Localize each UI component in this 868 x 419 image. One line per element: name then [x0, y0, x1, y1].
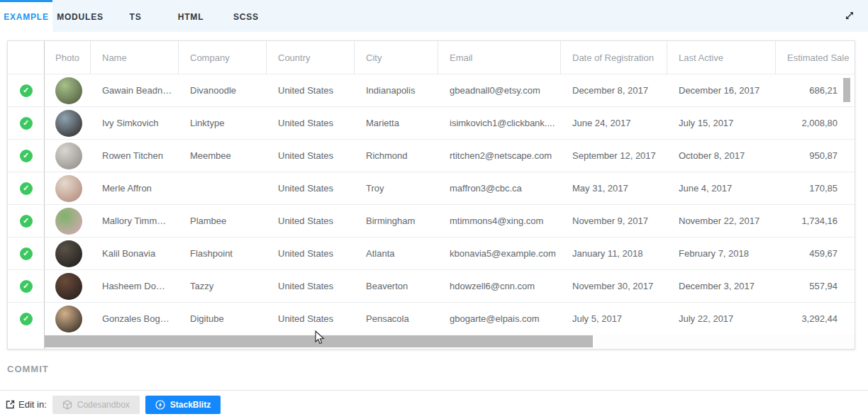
country-cell: United States — [267, 281, 355, 291]
avatar — [55, 143, 82, 169]
email-cell: gbogarte@elpais.com — [438, 313, 561, 324]
country-cell: United States — [267, 118, 355, 128]
date-of-registration-cell: June 24, 2017 — [561, 118, 667, 128]
data-grid: Photo Name Company Country City Email Da… — [7, 40, 855, 350]
photo-cell — [45, 175, 91, 202]
check-icon: ✓ — [20, 150, 33, 162]
row-status-cell: ✓ — [8, 107, 45, 139]
horizontal-scrollbar-thumb[interactable] — [45, 335, 593, 347]
email-cell: mtimmons4@xing.com — [438, 216, 561, 226]
commit-label: COMMIT — [7, 364, 49, 374]
avatar — [55, 240, 82, 267]
table-row[interactable]: ✓ Merle Affron United States Troy maffro… — [8, 172, 855, 204]
row-status-cell: ✓ — [8, 238, 45, 269]
fullscreen-expand-icon[interactable] — [841, 7, 858, 24]
column-header-name[interactable]: Name — [91, 41, 179, 74]
city-cell: Pensacola — [355, 313, 438, 324]
name-cell: Kalil Bonavia — [91, 248, 179, 259]
avatar — [55, 110, 82, 137]
table-row[interactable]: ✓ Mallory Timm… Plambee United States Bi… — [8, 204, 855, 237]
country-cell: United States — [267, 248, 355, 259]
stackblitz-bolt-icon — [155, 400, 165, 410]
vertical-scrollbar-track[interactable] — [843, 75, 850, 337]
city-cell: Birmingham — [355, 216, 438, 226]
date-of-registration-cell: November 30, 2017 — [561, 281, 667, 291]
column-header-country[interactable]: Country — [267, 41, 355, 74]
check-icon: ✓ — [20, 247, 33, 260]
date-of-registration-cell: December 8, 2017 — [561, 85, 667, 96]
date-of-registration-cell: July 5, 2017 — [561, 313, 667, 324]
column-header-city[interactable]: City — [355, 41, 438, 74]
row-status-cell: ✓ — [8, 205, 45, 237]
grid-header-row: Photo Name Company Country City Email Da… — [8, 41, 855, 74]
country-cell: United States — [267, 183, 355, 194]
column-header-check[interactable] — [8, 41, 45, 74]
email-cell: hdowzell6@cnn.com — [438, 281, 561, 291]
vertical-scrollbar-thumb[interactable] — [843, 78, 850, 102]
row-status-cell: ✓ — [8, 172, 45, 204]
company-cell: Tazzy — [179, 281, 267, 291]
edit-in-label: Edit in: — [6, 399, 47, 410]
check-icon: ✓ — [20, 215, 33, 228]
tab-modules[interactable]: MODULES — [52, 0, 108, 32]
stackblitz-button[interactable]: StackBlitz — [145, 396, 221, 414]
row-status-cell: ✓ — [8, 140, 45, 172]
horizontal-scrollbar-track[interactable] — [45, 334, 855, 349]
last-active-cell: June 4, 2017 — [667, 183, 776, 194]
column-header-estimated-sale[interactable]: Estimated Sale — [776, 41, 855, 74]
country-cell: United States — [267, 216, 355, 226]
name-cell: Ivy Simkovich — [91, 118, 179, 128]
photo-cell — [45, 240, 91, 267]
column-header-company[interactable]: Company — [179, 41, 267, 74]
last-active-cell: July 15, 2017 — [667, 118, 776, 128]
email-cell: isimkovich1@clickbank.... — [438, 118, 561, 128]
table-row[interactable]: ✓ Hasheem Do… Tazzy United States Beaver… — [8, 269, 855, 302]
check-icon: ✓ — [20, 313, 33, 325]
row-status-cell: ✓ — [8, 270, 45, 302]
tab-example[interactable]: EXAMPLE — [0, 0, 52, 32]
tab-scss[interactable]: SCSS — [218, 0, 274, 32]
column-header-last-active[interactable]: Last Active — [667, 41, 776, 74]
email-cell: maffron3@cbc.ca — [438, 183, 561, 194]
check-icon: ✓ — [20, 117, 33, 130]
footer-divider — [0, 390, 868, 391]
photo-cell — [45, 77, 91, 104]
avatar — [55, 273, 82, 300]
tab-ts[interactable]: TS — [108, 0, 163, 32]
last-active-cell: November 22, 2017 — [667, 216, 776, 226]
column-header-email[interactable]: Email — [438, 41, 561, 74]
name-cell: Merle Affron — [91, 183, 179, 194]
tab-html[interactable]: HTML — [163, 0, 218, 32]
check-icon: ✓ — [20, 84, 33, 97]
table-row[interactable]: ✓ Kalil Bonavia Flashpoint United States… — [8, 237, 855, 269]
table-row[interactable]: ✓ Gonzales Bog… Digitube United States P… — [8, 302, 855, 335]
table-row[interactable]: ✓ Gawain Beadn… Divanoodle United States… — [8, 74, 855, 106]
photo-cell — [45, 273, 91, 300]
company-cell: Meembee — [179, 150, 267, 161]
date-of-registration-cell: November 9, 2017 — [561, 216, 667, 226]
country-cell: United States — [267, 85, 355, 96]
name-cell: Gonzales Bog… — [91, 313, 179, 324]
company-cell: Flashpoint — [179, 248, 267, 259]
avatar — [55, 175, 82, 202]
name-cell: Hasheem Do… — [91, 281, 179, 291]
last-active-cell: February 7, 2018 — [667, 248, 776, 259]
avatar — [55, 306, 82, 333]
company-cell: Digitube — [179, 313, 267, 324]
column-header-photo[interactable]: Photo — [45, 41, 91, 74]
photo-cell — [45, 110, 91, 137]
table-row[interactable]: ✓ Rowen Titchen Meembee United States Ri… — [8, 139, 855, 172]
grid-body: ✓ Gawain Beadn… Divanoodle United States… — [8, 74, 855, 335]
name-cell: Gawain Beadn… — [91, 85, 179, 96]
country-cell: United States — [267, 313, 355, 324]
fixed-column-spacer — [8, 334, 45, 349]
codesandbox-button[interactable]: Codesandbox — [52, 396, 140, 414]
column-header-date-of-registration[interactable]: Date of Registration — [561, 41, 667, 74]
tab-bar: EXAMPLE MODULES TS HTML SCSS — [0, 0, 868, 32]
row-status-cell: ✓ — [8, 303, 45, 335]
table-row[interactable]: ✓ Ivy Simkovich Linktype United States M… — [8, 106, 855, 139]
avatar — [55, 77, 82, 104]
company-cell: Divanoodle — [179, 85, 267, 96]
company-cell: Plambee — [179, 216, 267, 226]
city-cell: Richmond — [355, 150, 438, 161]
